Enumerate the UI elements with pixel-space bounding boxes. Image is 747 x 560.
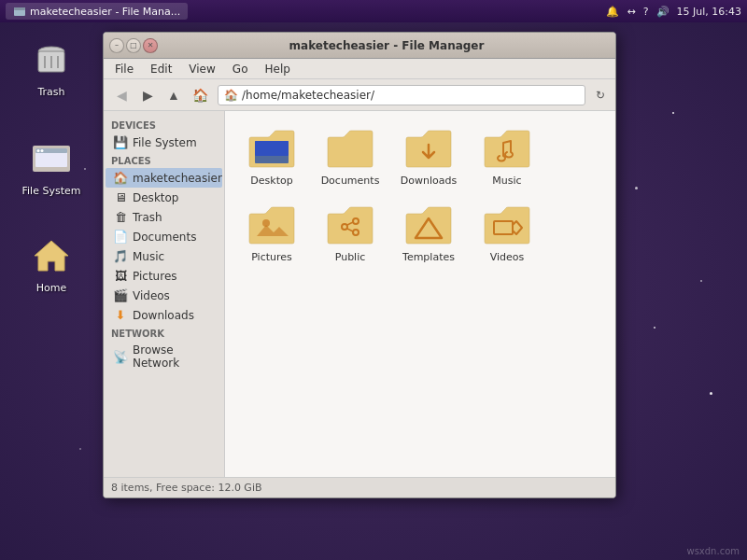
desktop-folder-icon <box>246 126 298 171</box>
window-title: maketecheasier - File Manager <box>163 39 610 52</box>
svg-rect-1 <box>14 7 25 10</box>
menubar: File Edit View Go Help <box>104 59 615 79</box>
videos-file-label: Videos <box>490 251 525 264</box>
file-item-templates[interactable]: Templates <box>391 197 466 270</box>
statusbar: 8 items, Free space: 12.0 GiB <box>104 477 615 497</box>
filesystem-icon-img <box>29 136 74 181</box>
sidebar-item-pictures[interactable]: 🖼 Pictures <box>106 266 222 286</box>
places-section-title: PLACES <box>104 152 224 168</box>
trash-sidebar-icon: 🗑 <box>113 210 128 224</box>
public-file-label: Public <box>335 251 366 264</box>
filesystem-icon <box>31 142 72 175</box>
documents-sidebar-label: Documents <box>133 231 196 244</box>
music-sidebar-icon: 🎵 <box>113 249 128 263</box>
maketecheasier-sidebar-label: maketecheasier <box>133 172 222 185</box>
status-text: 8 items, Free space: 12.0 GiB <box>111 482 262 494</box>
network-sidebar-icon: 📡 <box>113 350 128 364</box>
documents-folder-icon <box>324 126 376 171</box>
app-icon <box>13 5 26 18</box>
templates-folder-icon <box>402 203 455 247</box>
desktop-icon-trash[interactable]: Trash <box>19 37 84 98</box>
pictures-sidebar-label: Pictures <box>133 270 177 283</box>
svg-point-11 <box>37 149 40 152</box>
taskbar: maketecheasier - File Mana... 🔔 ↔ ? 🔊 15… <box>0 0 747 22</box>
sidebar-item-browse-network[interactable]: 📡 Browse Network <box>106 341 222 372</box>
sidebar-item-maketecheasier[interactable]: 🏠 maketecheasier <box>106 168 222 188</box>
titlebar-controls: – □ ✕ <box>109 38 158 53</box>
sidebar-item-documents[interactable]: 📄 Documents <box>106 227 222 246</box>
home-sidebar-icon: 🏠 <box>113 171 128 185</box>
filesystem-label: File System <box>22 185 81 197</box>
home-icon-img <box>29 233 74 278</box>
file-item-public[interactable]: Public <box>313 197 388 270</box>
taskbar-app[interactable]: maketecheasier - File Mana... <box>6 3 188 20</box>
titlebar: – □ ✕ maketecheasier - File Manager <box>104 33 615 59</box>
help-icon[interactable]: ? <box>643 6 649 18</box>
menu-go[interactable]: Go <box>225 61 256 77</box>
file-item-desktop[interactable]: Desktop <box>234 120 309 193</box>
music-folder-icon <box>481 126 533 171</box>
menu-help[interactable]: Help <box>257 61 297 77</box>
toolbar: ◀ ▶ ▲ 🏠 🏠 /home/maketecheasier/ ↻ <box>104 79 615 111</box>
file-manager-window: – □ ✕ maketecheasier - File Manager File… <box>103 32 616 498</box>
watermark: wsxdn.com <box>686 546 740 556</box>
notification-icon[interactable]: 🔔 <box>606 6 619 18</box>
sidebar-item-downloads[interactable]: ⬇ Downloads <box>106 305 222 325</box>
home-button[interactable]: 🏠 <box>188 83 212 107</box>
downloads-sidebar-icon: ⬇ <box>113 308 128 322</box>
back-button[interactable]: ◀ <box>109 83 134 107</box>
menu-file[interactable]: File <box>107 61 141 77</box>
documents-file-label: Documents <box>321 175 380 188</box>
taskbar-app-label: maketecheasier - File Mana... <box>30 6 180 18</box>
desktop-file-label: Desktop <box>250 175 292 188</box>
svg-rect-10 <box>35 148 67 153</box>
file-item-documents[interactable]: Documents <box>313 120 388 193</box>
up-button[interactable]: ▲ <box>162 83 186 107</box>
filesystem-sidebar-label: File System <box>133 136 197 149</box>
desktop-icon-home[interactable]: Home <box>19 233 84 294</box>
refresh-button[interactable]: ↻ <box>591 86 610 105</box>
videos-sidebar-icon: 🎬 <box>113 288 128 302</box>
music-file-label: Music <box>492 175 521 188</box>
pictures-sidebar-icon: 🖼 <box>113 269 128 283</box>
address-text: /home/maketecheasier/ <box>242 89 579 102</box>
sidebar-item-trash[interactable]: 🗑 Trash <box>106 207 222 227</box>
browse-network-sidebar-label: Browse Network <box>133 343 215 370</box>
sidebar-item-desktop[interactable]: 🖥 Desktop <box>106 188 222 207</box>
maximize-button[interactable]: □ <box>126 38 141 53</box>
close-button[interactable]: ✕ <box>143 38 158 53</box>
minimize-button[interactable]: – <box>109 38 124 53</box>
volume-icon[interactable]: 🔊 <box>656 6 669 18</box>
filesystem-sidebar-icon: 💾 <box>113 135 128 149</box>
address-bar: 🏠 /home/maketecheasier/ <box>218 85 585 105</box>
file-grid: Desktop Documents Downloads <box>225 111 615 477</box>
file-item-downloads[interactable]: Downloads <box>391 120 466 193</box>
videos-sidebar-label: Videos <box>133 289 170 302</box>
desktop-sidebar-label: Desktop <box>133 191 179 204</box>
downloads-folder-icon <box>402 126 455 171</box>
sidebar: DEVICES 💾 File System PLACES 🏠 maketeche… <box>104 111 225 477</box>
sidebar-item-music[interactable]: 🎵 Music <box>106 246 222 266</box>
svg-rect-16 <box>255 141 289 156</box>
music-sidebar-label: Music <box>133 250 164 263</box>
devices-section-title: DEVICES <box>104 117 224 133</box>
desktop-icon-filesystem[interactable]: File System <box>19 136 84 197</box>
desktop-sidebar-icon: 🖥 <box>113 190 128 204</box>
pictures-file-label: Pictures <box>251 251 292 264</box>
menu-edit[interactable]: Edit <box>143 61 179 77</box>
downloads-file-label: Downloads <box>401 175 457 188</box>
templates-file-label: Templates <box>402 251 455 264</box>
sidebar-item-filesystem[interactable]: 💾 File System <box>106 133 222 152</box>
downloads-sidebar-label: Downloads <box>133 309 194 322</box>
sidebar-item-videos[interactable]: 🎬 Videos <box>106 286 222 305</box>
file-item-pictures[interactable]: Pictures <box>234 197 309 270</box>
pictures-folder-icon <box>246 203 298 247</box>
file-item-videos[interactable]: Videos <box>470 197 544 270</box>
menu-view[interactable]: View <box>181 61 222 77</box>
trash-label: Trash <box>37 86 64 98</box>
forward-button[interactable]: ▶ <box>135 83 160 107</box>
display-icon[interactable]: ↔ <box>627 6 635 18</box>
trash-icon-img <box>29 37 74 82</box>
network-section-title: NETWORK <box>104 325 224 341</box>
file-item-music[interactable]: Music <box>470 120 544 193</box>
